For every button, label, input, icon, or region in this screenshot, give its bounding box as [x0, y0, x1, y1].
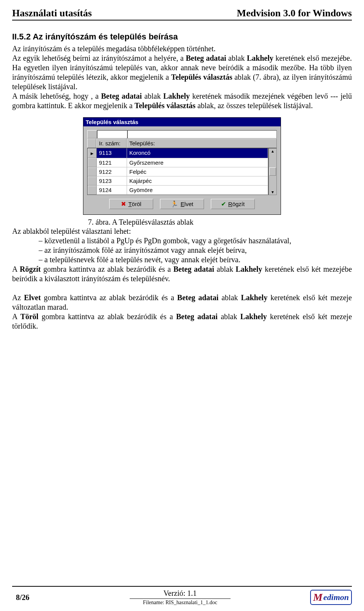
- bold: Lakhely: [247, 54, 273, 62]
- cell-name: Kajárpéc: [127, 176, 268, 186]
- col-header-name[interactable]: Település:: [127, 139, 277, 148]
- delete-button[interactable]: ✖ Töröl: [109, 199, 153, 209]
- text: Az ablakból települést választani lehet:: [12, 227, 131, 235]
- scrollbar[interactable]: ▴ ▾: [268, 148, 277, 195]
- run-icon: 🏃: [171, 200, 178, 208]
- bold: Beteg adatai: [176, 312, 217, 321]
- table-row[interactable]: ▸9113Koroncó: [88, 148, 268, 158]
- header-rule: [12, 20, 352, 20]
- cell-code: 9123: [97, 176, 127, 186]
- bold: Lakhely: [240, 312, 267, 321]
- cell-name: Gyömöre: [127, 186, 268, 195]
- intro-paragraph: Az irányítószám és a település megadása …: [12, 44, 352, 110]
- version-label: Verzió: 1.1: [84, 589, 276, 598]
- filename-label: Filename: RIS_hasznalati_1_1.doc: [84, 600, 276, 606]
- postal-filter-input[interactable]: [97, 130, 127, 139]
- text: gombra kattintva az ablak bezáródik és a: [41, 293, 177, 302]
- scroll-down-icon[interactable]: ▾: [271, 189, 274, 195]
- text: A másik lehetőség, hogy , a: [12, 92, 101, 100]
- btn-label: lvet: [184, 201, 193, 207]
- cell-code: 9122: [97, 167, 127, 176]
- text: ablak: [226, 54, 247, 62]
- btn-label: ögzít: [232, 201, 245, 207]
- bold: Elvet: [24, 293, 41, 302]
- medimon-logo: Medimon: [310, 590, 352, 605]
- text: gombra kattintva az ablak bezáródik és a: [41, 265, 174, 273]
- grid-corner: [87, 130, 97, 139]
- row-marker: [88, 158, 97, 167]
- logo-m-icon: M: [313, 591, 323, 603]
- bold: Lakhely: [163, 92, 190, 100]
- grid-body: ▸9113Koroncó9121Győrszemere9122Felpéc912…: [87, 148, 268, 195]
- text: A: [12, 312, 20, 321]
- row-marker: [88, 186, 97, 195]
- dialog-window: Település választás Ir. szám: Település:…: [83, 117, 281, 215]
- after-text: Az ablakból települést választani lehet:…: [12, 227, 352, 331]
- text: A: [12, 265, 20, 273]
- dialog-title: Település választás: [86, 119, 138, 125]
- save-button[interactable]: ✔ Rögzít: [211, 199, 255, 209]
- bold: Beteg adatai: [186, 54, 226, 62]
- check-icon: ✔: [221, 200, 226, 208]
- name-filter-input[interactable]: [127, 130, 277, 139]
- scroll-up-icon[interactable]: ▴: [271, 148, 274, 154]
- footer-rule: [12, 586, 352, 587]
- x-icon: ✖: [121, 200, 126, 208]
- col-header-code[interactable]: Ir. szám:: [96, 139, 127, 148]
- cell-name: Győrszemere: [127, 158, 268, 167]
- list-item: a településnevek fölé a település nevét,…: [39, 255, 352, 265]
- page-number: 8/26: [12, 593, 84, 602]
- dialog-titlebar: Település választás: [83, 118, 281, 126]
- header-left: Használati utasítás: [12, 8, 92, 19]
- table-row[interactable]: 9122Felpéc: [88, 167, 268, 176]
- row-marker: [88, 176, 97, 186]
- cell-name: Koroncó: [127, 148, 268, 158]
- bold: Lakhely: [241, 293, 267, 302]
- bold: Beteg adatai: [101, 92, 142, 100]
- btn-label: öröl: [132, 201, 141, 207]
- bold: Lakhely: [236, 265, 262, 273]
- list-item: közvetlenül a listából a PgUp és PgDn go…: [39, 236, 352, 246]
- bold: Település választás: [171, 73, 232, 81]
- cell-code: 9121: [97, 158, 127, 167]
- text: ablak: [218, 312, 240, 321]
- text: gombra kattintva az ablak bezáródik és a: [38, 312, 176, 321]
- scroll-thumb[interactable]: [269, 167, 276, 176]
- cell-code: 9124: [97, 186, 127, 195]
- bold: Töröl: [20, 312, 39, 321]
- figure-caption: 7. ábra. A Településválasztás ablak: [88, 218, 352, 227]
- text: ablak: [142, 92, 163, 100]
- row-marker: ▸: [88, 148, 97, 158]
- text: Az irányítószám és a település megadása …: [12, 44, 215, 53]
- table-row[interactable]: 9123Kajárpéc: [88, 176, 268, 186]
- cell-name: Felpéc: [127, 167, 268, 176]
- cell-code: 9113: [97, 148, 127, 158]
- section-title: II.5.2 Az irányítószám és település beír…: [12, 32, 352, 42]
- text: ablak, az összes települések listájával.: [196, 101, 313, 110]
- logo-text: edimon: [323, 592, 349, 602]
- bold: Beteg adatai: [177, 293, 218, 302]
- table-row[interactable]: 9121Győrszemere: [88, 158, 268, 167]
- bold: Beteg adatai: [173, 265, 214, 273]
- text: ablak: [214, 265, 236, 273]
- grid-corner: [87, 139, 96, 148]
- text: ablak: [218, 293, 241, 302]
- table-row[interactable]: 9124Gyömöre: [88, 186, 268, 195]
- row-marker: [88, 167, 97, 176]
- text: Az: [12, 293, 24, 302]
- bold: Település választás: [135, 101, 196, 110]
- list-item: az irányítószámok fölé az irányítószámot…: [39, 246, 352, 255]
- bold: Rögzít: [20, 265, 41, 273]
- text: Az egyik lehetőség beírni az irányítószá…: [12, 54, 186, 62]
- discard-button[interactable]: 🏃 Elvet: [160, 199, 204, 209]
- header-right: Medvision 3.0 for Windows: [237, 8, 352, 19]
